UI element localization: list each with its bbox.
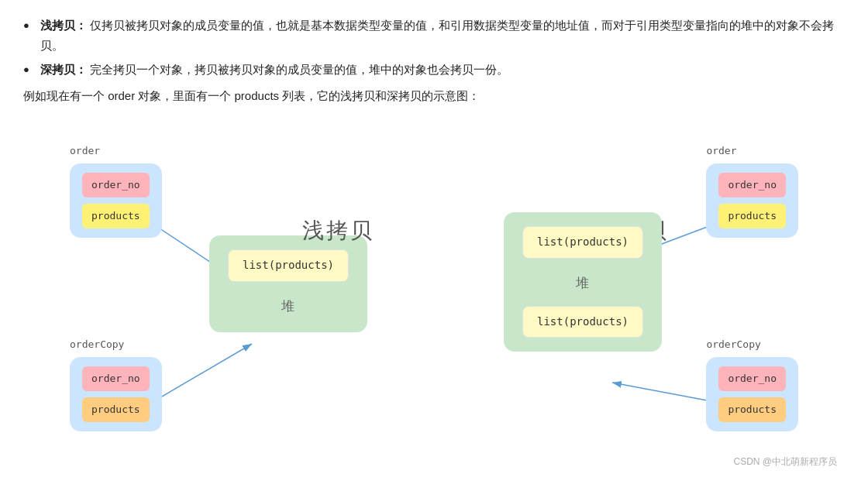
- order-right: order order_no products: [706, 143, 798, 238]
- ordercopy-products-left: products: [82, 397, 150, 422]
- order-left-box: order_no products: [70, 163, 162, 238]
- heap-label-right: 堆: [576, 273, 591, 295]
- ordercopy-left: orderCopy order_no products: [70, 336, 162, 431]
- svg-line-2: [153, 344, 252, 402]
- products-field-left: products: [82, 204, 150, 228]
- ordercopy-left-label: orderCopy: [70, 336, 162, 353]
- list-products-left: list(products): [228, 249, 349, 282]
- ordercopy-products-right: products: [718, 397, 786, 422]
- heap-right: list(products) 堆 list(products): [504, 212, 662, 352]
- products-field-right: products: [718, 204, 786, 228]
- heap-left: list(products) 堆: [209, 235, 367, 332]
- heap-label-left: 堆: [281, 296, 296, 318]
- watermark: CSDN @中北萌新程序员: [23, 454, 845, 469]
- order-left-label: order: [70, 143, 162, 160]
- deep-keyword: 深拷贝：: [40, 63, 87, 76]
- deep-text: 完全拷贝一个对象，拷贝被拷贝对象的成员变量的值，堆中的对象也会拷贝一份。: [90, 63, 508, 76]
- text-section: 浅拷贝： 仅拷贝被拷贝对象的成员变量的值，也就是基本数据类型变量的值，和引用数据…: [23, 15, 845, 105]
- bullet-shallow: 浅拷贝： 仅拷贝被拷贝对象的成员变量的值，也就是基本数据类型变量的值，和引用数据…: [23, 15, 845, 55]
- ordercopy-order-no-left: order_no: [82, 366, 150, 391]
- svg-line-4: [612, 383, 715, 402]
- list-products-right-top: list(products): [522, 226, 643, 259]
- order-no-field-left: order_no: [82, 173, 150, 197]
- ordercopy-right-label: orderCopy: [706, 336, 798, 353]
- bullet-list: 浅拷贝： 仅拷贝被拷贝对象的成员变量的值，也就是基本数据类型变量的值，和引用数据…: [23, 15, 845, 80]
- heap-left-box: list(products) 堆: [209, 235, 367, 332]
- example-text: 例如现在有一个 order 对象，里面有一个 products 列表，它的浅拷贝…: [23, 86, 845, 106]
- shallow-text: 仅拷贝被拷贝对象的成员变量的值，也就是基本数据类型变量的值，和引用数据类型变量的…: [40, 19, 834, 52]
- ordercopy-right: orderCopy order_no products: [706, 336, 798, 431]
- ordercopy-order-no-right: order_no: [718, 366, 786, 391]
- bullet-deep: 深拷贝： 完全拷贝一个对象，拷贝被拷贝对象的成员变量的值，堆中的对象也会拷贝一份…: [23, 60, 845, 80]
- shallow-copy-label: 浅拷贝: [302, 212, 374, 249]
- order-no-field-right: order_no: [718, 173, 786, 197]
- order-right-box: order_no products: [706, 163, 798, 238]
- ordercopy-left-box: order_no products: [70, 357, 162, 431]
- order-right-label: order: [706, 143, 798, 160]
- list-products-right-bottom: list(products): [522, 306, 643, 338]
- ordercopy-right-box: order_no products: [706, 357, 798, 431]
- heap-right-box: list(products) 堆 list(products): [504, 212, 662, 352]
- diagram-container: order order_no products orderCopy order_…: [23, 119, 845, 445]
- order-left: order order_no products: [70, 143, 162, 238]
- shallow-keyword: 浅拷贝：: [40, 19, 87, 32]
